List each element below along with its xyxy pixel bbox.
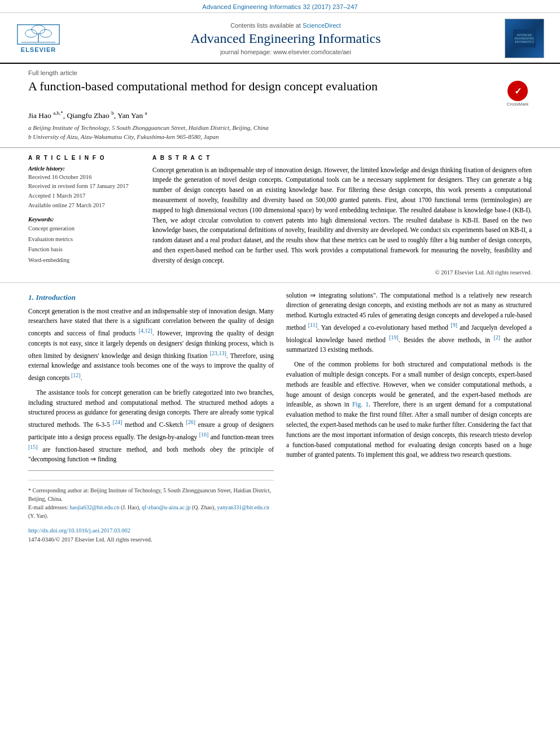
authors-line: Jia Hao a,b,*, Qiangfu Zhao b, Yan Yan a bbox=[28, 110, 532, 120]
article-info-heading: A R T I C L E I N F O bbox=[28, 155, 141, 161]
keyword-4: Word-embedding bbox=[28, 255, 141, 266]
main-body: 1. Introduction Concept generation is th… bbox=[0, 283, 560, 555]
intro-para-1: Concept generation is the most creative … bbox=[28, 307, 274, 383]
affiliation-b: b University of Aizu, Aizu-Wakamatsu Cit… bbox=[28, 132, 532, 142]
doi-area: http://dx.doi.org/10.1016/j.aei.2017.03.… bbox=[28, 526, 274, 544]
issn-text: 1474-0346/© 2017 Elsevier Ltd. All right… bbox=[28, 536, 152, 543]
keyword-2: Evaluation metrics bbox=[28, 234, 141, 245]
keywords-list: Concept generation Evaluation metrics Fu… bbox=[28, 224, 141, 267]
available-date: Available online 27 March 2017 bbox=[28, 201, 141, 211]
article-section: Full length article A function-based com… bbox=[0, 64, 560, 148]
copyright-line: © 2017 Elsevier Ltd. All rights reserved… bbox=[152, 269, 532, 276]
history-label: Article history: bbox=[28, 165, 141, 172]
svg-text:INFORMATICS: INFORMATICS bbox=[515, 40, 535, 43]
journal-title: Advanced Engineering Informatics bbox=[72, 31, 499, 46]
abstract-col: A B S T R A C T Concept generation is an… bbox=[152, 155, 532, 276]
keywords-label: Keywords: bbox=[28, 216, 141, 222]
fig1-ref[interactable]: Fig. 1 bbox=[352, 401, 369, 408]
when-text: when bbox=[411, 381, 425, 388]
abstract-heading: A B S T R A C T bbox=[152, 155, 532, 161]
article-info-col: A R T I C L E I N F O Article history: R… bbox=[28, 155, 141, 276]
journal-homepage: journal homepage: www.elsevier.com/locat… bbox=[72, 49, 499, 55]
keywords-group: Keywords: Concept generation Evaluation … bbox=[28, 216, 141, 267]
keyword-1: Concept generation bbox=[28, 224, 141, 234]
article-type-label: Full length article bbox=[28, 69, 532, 76]
intro-section-title: 1. Introduction bbox=[28, 293, 274, 302]
email-1-link[interactable]: haojia632@bit.edu.cn bbox=[69, 504, 119, 510]
svg-point-4 bbox=[32, 25, 45, 34]
journal-volume-info: Advanced Engineering Informatics 32 (201… bbox=[0, 0, 560, 13]
crossmark-icon: ✓ bbox=[508, 81, 528, 101]
doi-link[interactable]: http://dx.doi.org/10.1016/j.aei.2017.03.… bbox=[28, 527, 130, 534]
email-2-link[interactable]: qf-zhao@u-aizu.ac.jp bbox=[142, 504, 190, 510]
sciencedirect-line: Contents lists available at ScienceDirec… bbox=[72, 22, 499, 29]
intro-para-3: solution ⇒ integrating solutions". The c… bbox=[286, 291, 532, 356]
intro-para-4: One of the common problems for both stru… bbox=[286, 360, 532, 460]
journal-header: ELSEVIER Contents lists available at Sci… bbox=[0, 13, 560, 64]
history-group: Article history: Received 16 October 201… bbox=[28, 165, 141, 211]
received-revised-date: Received in revised form 17 January 2017 bbox=[28, 182, 141, 191]
crossmark-badge[interactable]: ✓ CrossMark bbox=[504, 81, 532, 107]
elsevier-logo: ELSEVIER bbox=[10, 24, 67, 53]
affiliation-a: a Beijing Institute of Technology, 5 Sou… bbox=[28, 123, 532, 133]
keyword-3: Function basis bbox=[28, 244, 141, 255]
received-date: Received 16 October 2016 bbox=[28, 173, 141, 182]
corresponding-author-note: * Corresponding author at: Beijing Insti… bbox=[28, 486, 274, 503]
accepted-date: Accepted 1 March 2017 bbox=[28, 191, 141, 201]
article-info-abstract: A R T I C L E I N F O Article history: R… bbox=[0, 148, 560, 283]
article-title: A function-based computational method fo… bbox=[28, 78, 504, 95]
footnote-area: * Corresponding author at: Beijing Insti… bbox=[28, 470, 274, 520]
abstract-text: Concept generation is an indispensable s… bbox=[152, 165, 532, 266]
email-footnote: E-mail addresses: haojia632@bit.edu.cn (… bbox=[28, 503, 274, 520]
journal-logo-right: ADVANCED ENGINEERING INFORMATICS bbox=[505, 19, 550, 58]
affiliations: a Beijing Institute of Technology, 5 Sou… bbox=[28, 123, 532, 142]
body-right-col: solution ⇒ integrating solutions". The c… bbox=[286, 291, 532, 544]
journal-center-info: Contents lists available at ScienceDirec… bbox=[72, 22, 499, 55]
body-left-col: 1. Introduction Concept generation is th… bbox=[28, 291, 274, 544]
email-3-link[interactable]: yanyan331@bit.edu.cn bbox=[217, 504, 269, 510]
intro-para-2: The assistance tools for concept generat… bbox=[28, 388, 274, 465]
